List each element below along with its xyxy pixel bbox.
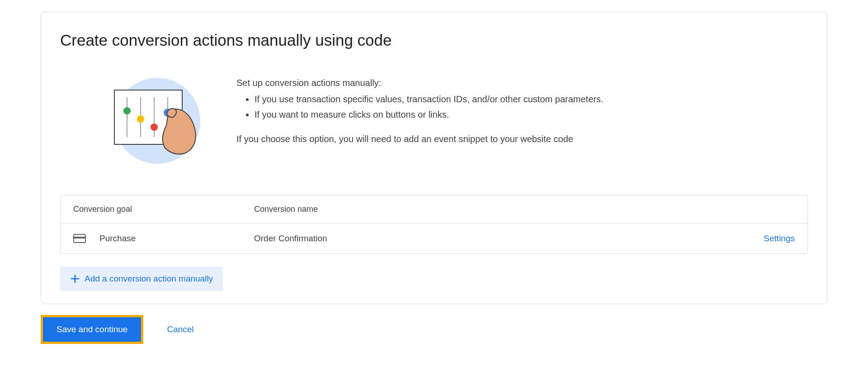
table-header: Conversion goal Conversion name [61, 196, 807, 224]
card-title: Create conversion actions manually using… [60, 31, 808, 49]
description-bullets: If you use transaction specific values, … [236, 92, 808, 122]
svg-point-6 [123, 107, 131, 114]
goal-value: Purchase [99, 234, 136, 243]
col-header-name: Conversion name [254, 205, 731, 214]
description-note: If you choose this option, you will need… [236, 132, 808, 146]
illustration [101, 76, 209, 166]
svg-point-7 [137, 115, 144, 123]
credit-card-icon [73, 234, 86, 243]
settings-link[interactable]: Settings [764, 234, 795, 243]
plus-icon [70, 274, 80, 284]
add-conversion-button[interactable]: Add a conversion action manually [60, 267, 223, 291]
conversion-table: Conversion goal Conversion name Purchase… [60, 195, 808, 254]
footer-actions: Save and continue Cancel [41, 315, 827, 344]
conversion-card: Create conversion actions manually using… [41, 12, 827, 304]
save-continue-button[interactable]: Save and continue [43, 317, 141, 342]
svg-rect-11 [74, 237, 85, 238]
svg-point-8 [151, 124, 158, 131]
name-value: Order Confirmation [254, 234, 731, 243]
table-row: Purchase Order Confirmation Settings [61, 224, 807, 253]
save-button-highlight: Save and continue [41, 315, 143, 344]
col-header-goal: Conversion goal [73, 205, 254, 214]
bullet-item: If you want to measure clicks on buttons… [255, 107, 808, 122]
description-intro: Set up conversion actions manually: [236, 76, 808, 90]
cancel-button[interactable]: Cancel [167, 324, 193, 334]
add-button-label: Add a conversion action manually [85, 274, 213, 284]
description-block: Set up conversion actions manually: If y… [236, 76, 808, 146]
bullet-item: If you use transaction specific values, … [255, 92, 808, 106]
